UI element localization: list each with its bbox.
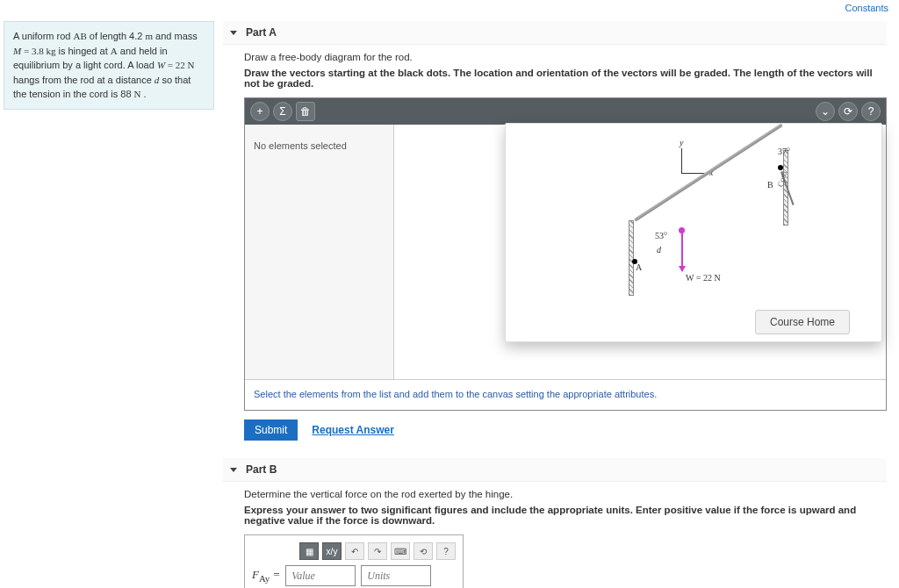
- canvas-sidebar: No elements selected: [245, 125, 394, 379]
- redo-button[interactable]: ↷: [368, 542, 387, 560]
- sidebar-message: No elements selected: [254, 140, 347, 151]
- reset-button[interactable]: ⟳: [838, 102, 858, 121]
- weight-label: W = 22 N: [686, 273, 721, 283]
- canvas-footer-hint: Select the elements from the list and ad…: [245, 379, 886, 410]
- part-a-header[interactable]: Part A: [223, 21, 887, 45]
- sum-button[interactable]: Σ: [273, 102, 292, 121]
- help-button[interactable]: ?: [861, 102, 881, 121]
- answer-variable-label: FAy =: [252, 568, 280, 584]
- part-b-title: Part B: [246, 463, 277, 476]
- answer-panel: ▦ x/y ↶ ↷ ⌨ ⟲ ? FAy =: [244, 534, 464, 588]
- units-input[interactable]: [361, 565, 431, 586]
- diagram-popup: y x Cord 53: [505, 123, 882, 342]
- reset-answer-button[interactable]: ⟲: [414, 542, 433, 560]
- keyboard-button[interactable]: ⌨: [391, 542, 410, 560]
- canvas-toolbar: + Σ 🗑 ⌄ ⟳ ?: [245, 98, 886, 125]
- submit-button[interactable]: Submit: [244, 419, 298, 441]
- undo-button[interactable]: ↶: [345, 542, 364, 560]
- angle-37: 37°: [778, 147, 790, 156]
- template-button[interactable]: ▦: [299, 542, 319, 560]
- angle-53: 53°: [655, 231, 667, 240]
- dropdown-button[interactable]: ⌄: [816, 102, 835, 121]
- constants-link[interactable]: Constants: [845, 3, 888, 13]
- rod-ab: [634, 123, 783, 221]
- answer-help-button[interactable]: ?: [436, 542, 456, 560]
- problem-statement: A uniform rod AB of length 4.2 m and mas…: [4, 21, 214, 110]
- canvas-drawing-area[interactable]: y x Cord 53: [394, 125, 886, 379]
- label-d: d: [657, 245, 661, 255]
- left-wall: [629, 220, 634, 296]
- part-b-instruction-2: Express your answer to two significant f…: [244, 505, 887, 526]
- course-home-button[interactable]: Course Home: [755, 310, 850, 334]
- part-a-instruction-1: Draw a free-body diagram for the rod.: [244, 52, 887, 62]
- label-a: A: [636, 262, 642, 272]
- value-input[interactable]: [285, 565, 356, 586]
- vector-canvas-panel: + Σ 🗑 ⌄ ⟳ ? No elements selected: [244, 97, 887, 411]
- fraction-button[interactable]: x/y: [322, 542, 342, 560]
- chevron-down-icon: [230, 468, 237, 472]
- answer-toolbar: ▦ x/y ↶ ↷ ⌨ ⟲ ?: [299, 542, 456, 560]
- part-b-instruction-1: Determine the vertical force on the rod …: [244, 489, 887, 499]
- delete-button[interactable]: 🗑: [296, 102, 315, 121]
- add-vector-button[interactable]: +: [250, 102, 270, 121]
- request-answer-link[interactable]: Request Answer: [312, 424, 394, 436]
- part-a-title: Part A: [246, 26, 277, 39]
- chevron-down-icon: [230, 31, 237, 35]
- label-b: B: [767, 180, 773, 190]
- part-a-instruction-2: Draw the vectors starting at the black d…: [244, 68, 887, 89]
- point-b-dot[interactable]: [778, 165, 783, 170]
- weight-vector-icon[interactable]: [681, 231, 683, 271]
- part-b-header[interactable]: Part B: [223, 458, 887, 482]
